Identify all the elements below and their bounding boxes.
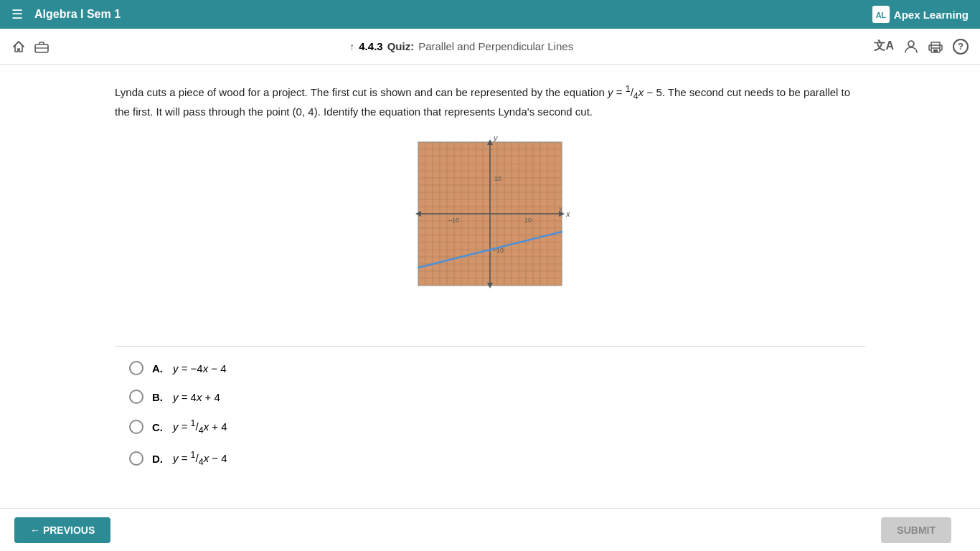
apex-logo: AL Apex Learning (872, 6, 969, 23)
help-icon[interactable]: ? (953, 39, 969, 55)
quiz-label: Quiz: (387, 40, 415, 52)
translate-icon[interactable]: 文A (874, 39, 894, 54)
main-content: Lynda cuts a piece of wood for a project… (0, 65, 980, 508)
svg-rect-6 (933, 50, 938, 52)
person-icon[interactable] (904, 39, 918, 54)
answer-choice-d[interactable]: D. y = 1/4x − 4 (129, 450, 865, 467)
answer-choices: A. y = −4x − 4 B. y = 4x + 4 C. y = 1/4x… (115, 361, 865, 467)
radio-c[interactable] (129, 420, 143, 434)
bottom-bar: ← PREVIOUS SUBMIT (0, 508, 980, 551)
home-icon[interactable] (11, 39, 26, 54)
answer-choice-b[interactable]: B. y = 4x + 4 (129, 390, 865, 404)
apex-logo-svg: AL (873, 6, 889, 22)
x-axis-label: x (565, 209, 570, 218)
hamburger-icon[interactable]: ☰ (11, 6, 23, 22)
svg-text:AL: AL (875, 11, 886, 19)
answer-choice-a[interactable]: A. y = −4x − 4 (129, 361, 865, 375)
radio-a[interactable] (129, 361, 143, 375)
label-a: A. (152, 362, 163, 375)
equation-1: y = 1/4x − 5 (608, 86, 662, 98)
briefcase-icon[interactable] (34, 40, 49, 53)
quiz-number: 4.4.3 (359, 40, 382, 52)
radio-b[interactable] (129, 390, 143, 404)
course-title: Algebra I Sem 1 (34, 8, 872, 21)
question-text: Lynda cuts a piece of wood for a project… (115, 82, 865, 121)
submit-button[interactable]: SUBMIT (881, 517, 951, 543)
print-icon[interactable] (928, 39, 943, 54)
previous-button[interactable]: ← PREVIOUS (14, 517, 110, 543)
x-tick-10: 10 (524, 217, 532, 224)
radio-d[interactable] (129, 451, 143, 466)
nav-left-icons (11, 39, 49, 54)
quiz-topic: Parallel and Perpendicular Lines (418, 40, 573, 52)
answer-choice-c[interactable]: C. y = 1/4x + 4 (129, 418, 865, 435)
x-tick-neg10: –10 (448, 217, 459, 224)
y-tick-10: 10 (494, 175, 501, 182)
label-b: B. (152, 391, 163, 403)
label-c: C. (152, 421, 163, 433)
text-b: y = 4x + 4 (173, 391, 220, 403)
text-c: y = 1/4x + 4 (173, 418, 227, 435)
nav-right-icons: 文A ? (874, 39, 969, 55)
coordinate-graph: y x 10 –10 –10 10 x (404, 135, 576, 329)
quiz-info: ↑ 4.4.3 Quiz: Parallel and Perpendicular… (60, 40, 862, 52)
label-d: D. (152, 453, 163, 465)
graph-corner-x: x (559, 205, 562, 213)
scroll-up-icon[interactable]: ↑ (349, 41, 354, 52)
secondary-navigation: ↑ 4.4.3 Quiz: Parallel and Perpendicular… (0, 29, 980, 65)
text-a: y = −4x − 4 (173, 362, 227, 375)
text-d: y = 1/4x − 4 (173, 450, 227, 467)
apex-logo-text: Apex Learning (894, 9, 969, 21)
graph-container: y x 10 –10 –10 10 x (115, 135, 865, 329)
apex-logo-icon: AL (872, 6, 890, 23)
top-navigation: ☰ Algebra I Sem 1 AL Apex Learning (0, 0, 980, 29)
svg-point-4 (908, 41, 914, 47)
answer-divider (115, 346, 865, 347)
y-axis-label: y (493, 135, 499, 142)
